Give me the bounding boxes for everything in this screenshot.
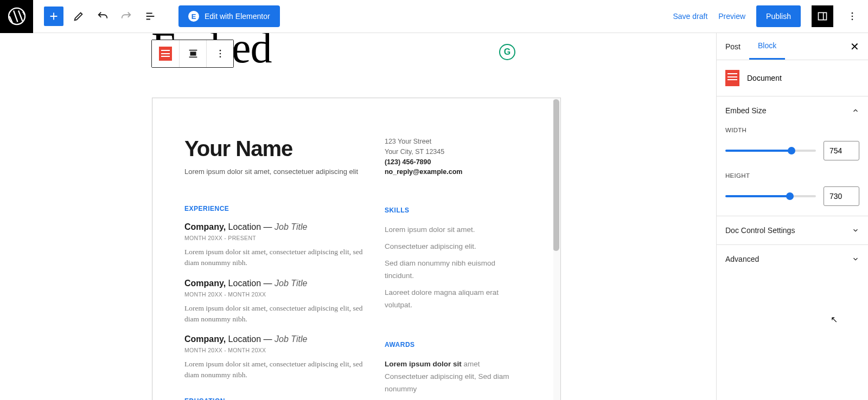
- doc-control-panel[interactable]: Doc Control Settings: [717, 216, 868, 245]
- block-toolbar: [151, 40, 234, 68]
- width-slider[interactable]: [725, 150, 816, 152]
- document-icon: [159, 47, 172, 61]
- block-align-button[interactable]: [179, 40, 206, 67]
- embed-size-panel: Embed Size WIDTH HEIGHT: [717, 96, 868, 216]
- svg-point-6: [219, 50, 221, 51]
- left-tools: [33, 4, 162, 28]
- skills-text: Lorem ipsum dolor sit amet.Consectetuer …: [385, 224, 522, 312]
- height-input[interactable]: [824, 186, 859, 206]
- tab-block[interactable]: Block: [749, 33, 785, 60]
- svg-rect-1: [819, 12, 827, 20]
- experience-item: Company, Location — Job Title MONTH 20XX…: [184, 222, 363, 269]
- svg-rect-5: [190, 52, 195, 55]
- experience-item: Company, Location — Job Title MONTH 20XX…: [184, 334, 363, 381]
- editor-topbar: E Edit with Elementor Save draft Preview…: [0, 0, 868, 33]
- chevron-down-icon: [852, 255, 859, 263]
- editor-canvas[interactable]: Embed G Your Name Lorem ipsum dolor sit …: [0, 33, 716, 400]
- save-draft-button[interactable]: Save draft: [673, 12, 707, 21]
- awards-text: Lorem ipsum dolor sit amet Consectetuer …: [385, 358, 522, 400]
- svg-point-4: [852, 19, 853, 21]
- block-more-button[interactable]: [206, 40, 233, 67]
- chevron-down-icon: [852, 227, 859, 234]
- svg-point-2: [852, 12, 853, 14]
- height-label: HEIGHT: [725, 172, 859, 179]
- close-sidebar-button[interactable]: ✕: [841, 33, 868, 60]
- sidebar-toggle-button[interactable]: [812, 5, 833, 27]
- publish-button[interactable]: Publish: [756, 5, 801, 27]
- grammarly-icon[interactable]: G: [499, 44, 515, 60]
- svg-point-0: [9, 8, 25, 24]
- section-education: EDUCATION: [184, 397, 363, 401]
- document-page: Your Name Lorem ipsum dolor sit amet, co…: [153, 99, 553, 400]
- settings-sidebar: Post Block ✕ Document Embed Size WIDTH: [716, 33, 868, 400]
- elementor-icon: E: [188, 11, 199, 22]
- add-block-button[interactable]: [44, 7, 63, 26]
- advanced-panel[interactable]: Advanced: [717, 245, 868, 273]
- svg-point-8: [219, 56, 221, 58]
- tab-post[interactable]: Post: [717, 33, 749, 60]
- experience-item: Company, Location — Job Title MONTH 20XX…: [184, 279, 363, 325]
- height-slider[interactable]: [725, 195, 816, 197]
- redo-button[interactable]: [114, 4, 138, 28]
- resume-name: Your Name: [184, 137, 363, 161]
- chevron-up-icon: [852, 107, 859, 114]
- edit-icon[interactable]: [67, 4, 91, 28]
- document-outline-button[interactable]: [138, 4, 162, 28]
- block-type-label: Document: [747, 74, 782, 82]
- width-input[interactable]: [824, 141, 859, 160]
- right-tools: Save draft Preview Publish: [673, 5, 868, 27]
- edit-with-elementor-button[interactable]: E Edit with Elementor: [178, 5, 280, 27]
- section-experience: EXPERIENCE: [184, 205, 363, 212]
- undo-button[interactable]: [91, 4, 114, 28]
- width-label: WIDTH: [725, 127, 859, 133]
- preview-button[interactable]: Preview: [718, 12, 745, 21]
- svg-point-7: [219, 53, 221, 55]
- section-skills: SKILLS: [385, 207, 522, 214]
- document-icon: [725, 70, 739, 86]
- cursor-icon: ↖: [831, 314, 838, 325]
- block-type-panel: Document: [717, 60, 868, 96]
- embed-scrollbar[interactable]: [553, 99, 559, 251]
- wordpress-logo[interactable]: [0, 0, 33, 33]
- elementor-label: Edit with Elementor: [205, 12, 270, 21]
- options-menu-button[interactable]: [844, 5, 860, 27]
- embed-size-header[interactable]: Embed Size: [725, 106, 859, 115]
- resume-contact: 123 Your Street Your City, ST 12345 (123…: [385, 137, 522, 177]
- block-type-button[interactable]: [152, 40, 179, 67]
- document-embed-block[interactable]: Your Name Lorem ipsum dolor sit amet, co…: [152, 98, 561, 400]
- sidebar-tabs: Post Block ✕: [717, 33, 868, 60]
- section-awards: AWARDS: [385, 341, 522, 349]
- svg-point-3: [852, 16, 853, 17]
- resume-tagline: Lorem ipsum dolor sit amet, consectetuer…: [184, 167, 363, 176]
